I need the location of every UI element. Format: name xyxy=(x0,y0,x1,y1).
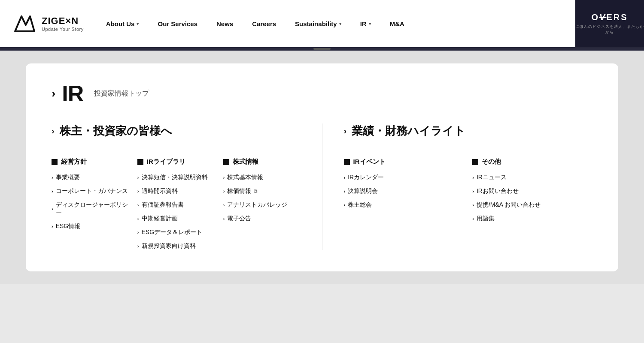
col-ir-events: IRイベント › IRカレンダー › 決算説明会 xyxy=(344,158,464,223)
link-chevron-icon: › xyxy=(344,189,346,194)
right-section-heading[interactable]: › 業績・財務ハイライト xyxy=(344,123,593,143)
overs-brand: OVERS xyxy=(591,12,628,22)
header: ZIGE×N Update Your Story About Us ▾ Our … xyxy=(0,0,644,47)
list-item[interactable]: › 提携/M&A お問い合わせ xyxy=(472,201,592,209)
list-item[interactable]: › 事業概要 xyxy=(52,174,129,181)
ir-dropdown-panel: › IR 投資家情報トップ › 株主・投資家の皆様へ 経営方針 xyxy=(26,63,618,271)
list-item[interactable]: › コーポレート・ガバナンス xyxy=(52,187,129,195)
nav-our-services[interactable]: Our Services xyxy=(148,20,207,27)
link-chevron-icon: › xyxy=(344,175,346,180)
col-other-header: その他 xyxy=(472,158,592,166)
chevron-down-icon: ▾ xyxy=(339,21,341,26)
nav-ir[interactable]: IR ▾ xyxy=(351,20,380,27)
col-ir-events-links: › IRカレンダー › 決算説明会 › 株主総会 xyxy=(344,174,464,209)
chevron-down-icon: ▾ xyxy=(369,21,371,26)
col-ir-library: IRライブラリ › 決算短信・決算説明資料 › 適時開示資料 xyxy=(137,158,215,250)
col-stock-links: › 株式基本情報 › 株価情報 ⧉ › アナリストカバレッジ xyxy=(223,174,301,223)
right-section-title: 業績・財務ハイライト xyxy=(352,123,465,138)
link-chevron-icon: › xyxy=(472,202,474,208)
list-item[interactable]: › IRニュース xyxy=(472,174,592,181)
col-keiei: 経営方針 › 事業概要 › コーポレート・ガバナンス xyxy=(52,158,129,250)
list-item[interactable]: › 株価情報 ⧉ xyxy=(223,187,301,195)
col-ir-library-title: IRライブラリ xyxy=(147,158,185,166)
link-chevron-icon: › xyxy=(223,175,225,180)
link-chevron-icon: › xyxy=(137,230,139,235)
svg-marker-0 xyxy=(15,16,34,31)
col-keiei-header: 経営方針 xyxy=(52,158,129,166)
link-chevron-icon: › xyxy=(137,244,139,249)
col-square-icon xyxy=(223,159,229,165)
col-stock-title: 株式情報 xyxy=(233,158,258,166)
link-chevron-icon: › xyxy=(137,216,139,221)
col-ir-library-header: IRライブラリ xyxy=(137,158,215,166)
col-other: その他 › IRニュース › IRお問い合わせ xyxy=(472,158,592,223)
col-other-links: › IRニュース › IRお問い合わせ › 提携/M&A お問い合わせ xyxy=(472,174,592,223)
right-brand-panel: OVERS にほんのビジネスを法人、またもかから xyxy=(575,0,644,47)
nav: About Us ▾ Our Services News Careers Sus… xyxy=(97,20,580,27)
link-chevron-icon: › xyxy=(223,202,225,208)
chevron-down-icon: ▾ xyxy=(137,21,139,26)
nav-about-us[interactable]: About Us ▾ xyxy=(97,20,149,27)
dropdown-indicator xyxy=(313,48,331,50)
link-chevron-icon: › xyxy=(52,206,53,211)
col-square-icon xyxy=(52,159,58,165)
col-stock-header: 株式情報 xyxy=(223,158,301,166)
list-item[interactable]: › 株主総会 xyxy=(344,201,464,209)
main-content: › IR 投資家情報トップ › 株主・投資家の皆様へ 経営方針 xyxy=(0,51,644,284)
link-chevron-icon: › xyxy=(137,202,139,208)
logo[interactable]: ZIGE×N Update Your Story xyxy=(13,12,84,36)
logo-tagline: Update Your Story xyxy=(42,27,84,32)
right-section-chevron: › xyxy=(344,126,347,136)
link-chevron-icon: › xyxy=(472,189,474,194)
link-chevron-icon: › xyxy=(52,175,53,180)
link-chevron-icon: › xyxy=(137,175,139,180)
sections-row: › 株主・投資家の皆様へ 経営方針 › 事業概要 xyxy=(52,123,592,250)
list-item[interactable]: › 中期経営計画 xyxy=(137,215,215,223)
section-divider xyxy=(322,123,322,250)
list-item[interactable]: › IRカレンダー xyxy=(344,174,464,181)
nav-careers[interactable]: Careers xyxy=(243,20,286,27)
ir-subtitle: 投資家情報トップ xyxy=(94,89,149,98)
right-columns-grid: IRイベント › IRカレンダー › 決算説明会 xyxy=(344,158,593,223)
left-section-title: 株主・投資家の皆様へ xyxy=(60,123,172,138)
logo-icon xyxy=(13,12,36,36)
nav-ma[interactable]: M&A xyxy=(380,20,414,27)
link-chevron-icon: › xyxy=(223,216,225,221)
col-stock-info: 株式情報 › 株式基本情報 › 株価情報 ⧉ xyxy=(223,158,301,250)
list-item[interactable]: › 有価証券報告書 xyxy=(137,201,215,209)
left-columns-grid: 経営方針 › 事業概要 › コーポレート・ガバナンス xyxy=(52,158,301,250)
link-chevron-icon: › xyxy=(137,189,139,194)
col-square-icon xyxy=(344,159,350,165)
ir-title-row: › IR 投資家情報トップ xyxy=(52,81,592,106)
col-keiei-links: › 事業概要 › コーポレート・ガバナンス › ディスクロージャーポリシー xyxy=(52,174,129,230)
list-item[interactable]: › 電子公告 xyxy=(223,215,301,223)
list-item[interactable]: › 新規投資家向け資料 xyxy=(137,242,215,250)
col-square-icon xyxy=(137,159,143,165)
col-ir-events-title: IRイベント xyxy=(353,158,386,166)
link-chevron-icon: › xyxy=(472,175,474,180)
logo-text: ZIGE×N Update Your Story xyxy=(42,15,84,32)
left-section-heading[interactable]: › 株主・投資家の皆様へ xyxy=(52,123,301,143)
overs-sub: にほんのビジネスを法人、またもかから xyxy=(575,24,644,35)
list-item[interactable]: › 適時開示資料 xyxy=(137,187,215,195)
left-section-chevron: › xyxy=(52,126,55,136)
col-keiei-title: 経営方針 xyxy=(61,158,87,166)
list-item[interactable]: › 株式基本情報 xyxy=(223,174,301,181)
list-item[interactable]: › ディスクロージャーポリシー xyxy=(52,201,129,217)
link-chevron-icon: › xyxy=(52,189,53,194)
list-item[interactable]: › 決算短信・決算説明資料 xyxy=(137,174,215,181)
list-item[interactable]: › IRお問い合わせ xyxy=(472,187,592,195)
list-item[interactable]: › ESG情報 xyxy=(52,223,129,230)
list-item[interactable]: › 用語集 xyxy=(472,215,592,223)
nav-news[interactable]: News xyxy=(207,20,243,27)
list-item[interactable]: › アナリストカバレッジ xyxy=(223,201,301,209)
col-square-icon xyxy=(472,159,478,165)
nav-sustainability[interactable]: Sustainability ▾ xyxy=(286,20,351,27)
col-ir-library-links: › 決算短信・決算説明資料 › 適時開示資料 › 有価証券報告書 xyxy=(137,174,215,250)
link-chevron-icon: › xyxy=(344,202,346,208)
list-item[interactable]: › ESGデータ＆レポート xyxy=(137,229,215,236)
ir-chevron: › xyxy=(52,87,55,100)
section-right: › 業績・財務ハイライト IRイベント › IRカレンダー xyxy=(344,123,593,250)
list-item[interactable]: › 決算説明会 xyxy=(344,187,464,195)
section-left: › 株主・投資家の皆様へ 経営方針 › 事業概要 xyxy=(52,123,301,250)
